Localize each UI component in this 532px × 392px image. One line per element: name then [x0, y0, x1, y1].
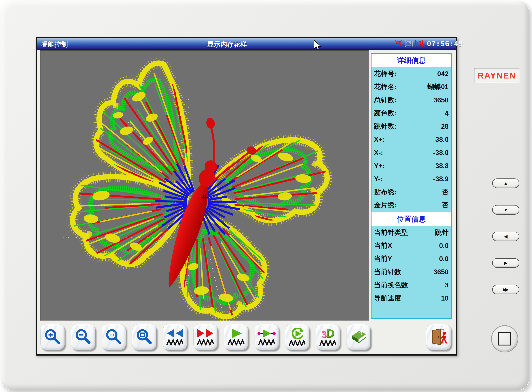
- three-d-icon: 3 D: [321, 328, 334, 339]
- row-value: -38.9: [433, 175, 449, 183]
- row-label: Y-:: [374, 175, 383, 183]
- row-label: 金片绣:: [374, 201, 397, 210]
- row-label: 总针数:: [374, 95, 397, 105]
- hw-home-button[interactable]: [491, 325, 518, 352]
- position-info-header: 位置信息: [371, 212, 451, 226]
- down-arrow-icon: ▼: [504, 208, 508, 212]
- row-value: 28: [441, 122, 449, 130]
- table-row: Y-:-38.9: [371, 172, 451, 185]
- row-label: 当前针数: [374, 267, 401, 276]
- table-row: 花样名:蝴蝶01: [371, 80, 451, 93]
- zoom-out-icon: [74, 328, 92, 346]
- stitch-zigzag-icon: [166, 339, 183, 345]
- hw-down-button[interactable]: ▼: [492, 205, 519, 215]
- info-panel: 详细信息 花样号:042 花样名:蝴蝶01 总针数:3650 颜色数:4 跳针数…: [370, 53, 452, 319]
- repeat-play-icon: [288, 328, 306, 339]
- table-row: 颜色数:4: [371, 107, 451, 120]
- stitch-zigzag-icon: [197, 339, 214, 345]
- hw-up-button[interactable]: ▲: [492, 178, 519, 188]
- stitch-forward-button[interactable]: [193, 324, 217, 350]
- stitch-play-button[interactable]: [224, 324, 248, 350]
- row-value: 38.8: [435, 162, 449, 170]
- row-value: 跳针: [435, 228, 449, 237]
- exit-button[interactable]: [426, 324, 451, 350]
- row-label: 花样号:: [374, 69, 397, 78]
- hw-fast-forward-button[interactable]: ▶▶: [492, 285, 519, 294]
- zoom-fit-button[interactable]: [132, 324, 156, 350]
- titlebar-divider: [37, 48, 456, 50]
- thread-break-icon: [415, 40, 423, 48]
- table-row: 当前换色数3: [371, 278, 451, 292]
- zoom-in-icon: [43, 328, 62, 346]
- help-book-button[interactable]: ?: [346, 324, 370, 350]
- row-label: 导航速度: [374, 294, 401, 303]
- row-value: 0.0: [439, 255, 449, 263]
- brand-plate: RAYNEN: [474, 68, 520, 83]
- row-label: Y+:: [374, 162, 385, 170]
- row-label: 当前换色数: [374, 280, 408, 289]
- table-row: 跳针数:28: [371, 120, 451, 133]
- pattern-preview-area: [40, 50, 369, 321]
- table-row: 当前X0.0: [371, 239, 451, 252]
- step-stitch-icon: [258, 328, 276, 338]
- screenshot-root: 睿能控制 显示内存花样 USB 07:56:49: [0, 0, 532, 392]
- clock: 07:56:49: [427, 39, 463, 48]
- table-row: Y+:38.8: [371, 159, 451, 172]
- row-label: 颜色数:: [374, 109, 397, 118]
- page-title: 显示内存花样: [207, 40, 247, 49]
- stitch-zigzag-icon: [258, 339, 275, 345]
- row-value: -38.0: [433, 149, 449, 157]
- table-row: 当前针数3650: [371, 265, 451, 278]
- right-arrow-icon: ▶: [504, 261, 507, 265]
- row-value: 否: [442, 187, 449, 196]
- table-row: X-:-38.0: [371, 146, 451, 159]
- row-value: 3650: [433, 268, 449, 276]
- hw-left-button[interactable]: ◀: [492, 232, 519, 241]
- play-icon: [227, 328, 245, 338]
- row-label: X+:: [374, 136, 385, 143]
- title-bar: 睿能控制 显示内存花样 USB 07:56:49: [37, 38, 456, 48]
- three-d-digit: 3: [321, 330, 327, 339]
- row-value: 蝴蝶01: [427, 82, 449, 91]
- stitch-zigzag-icon: [227, 339, 245, 345]
- exit-door-icon: [429, 327, 448, 347]
- mouse-cursor: [313, 40, 322, 52]
- app-label: 睿能控制: [41, 40, 68, 49]
- stitch-repeat-button[interactable]: [285, 324, 309, 350]
- ratio-label: 1:1: [109, 333, 115, 337]
- table-row: 当前Y0.0: [371, 252, 451, 265]
- row-label: 花样名:: [374, 82, 397, 91]
- row-label: 当前Y: [374, 254, 392, 263]
- stitch-step-button[interactable]: [254, 324, 279, 350]
- home-square-icon: [498, 332, 511, 345]
- usb-label: USB: [396, 41, 401, 43]
- three-d-letter: D: [326, 328, 334, 339]
- table-row: X+:38.0: [371, 133, 451, 146]
- table-row: 贴布绣:否: [371, 185, 451, 199]
- row-value: 042: [437, 70, 449, 78]
- row-value: 否: [442, 201, 449, 210]
- touch-screen: 睿能控制 显示内存花样 USB 07:56:49: [36, 37, 457, 355]
- row-label: X-:: [374, 149, 383, 157]
- zoom-out-button[interactable]: [71, 324, 95, 350]
- help-book-icon: ?: [349, 328, 368, 346]
- zoom-1to1-button[interactable]: 1:1: [102, 324, 126, 350]
- detail-info-header: 详细信息: [371, 54, 451, 67]
- stitch-backward-button[interactable]: [163, 324, 187, 350]
- row-label: 当前针类型: [374, 228, 408, 237]
- stitch-zigzag-icon: [319, 340, 336, 346]
- row-label: 贴布绣:: [374, 187, 397, 196]
- zoom-in-button[interactable]: [41, 324, 65, 350]
- zoom-1to1-icon: 1:1: [104, 328, 123, 346]
- row-value: 10: [441, 294, 449, 302]
- row-value: 4: [445, 109, 449, 117]
- zoom-fit-icon: [135, 328, 153, 346]
- view-3d-button[interactable]: 3 D: [316, 324, 340, 350]
- stitch-zigzag-icon: [289, 340, 306, 346]
- forward-arrows-icon: [196, 328, 215, 338]
- table-row: 导航速度10: [371, 292, 451, 305]
- row-label: 当前X: [374, 241, 392, 250]
- table-row: 总针数:3650: [371, 93, 451, 107]
- table-row: 当前针类型跳针: [371, 226, 451, 239]
- hw-right-button[interactable]: ▶: [492, 258, 519, 268]
